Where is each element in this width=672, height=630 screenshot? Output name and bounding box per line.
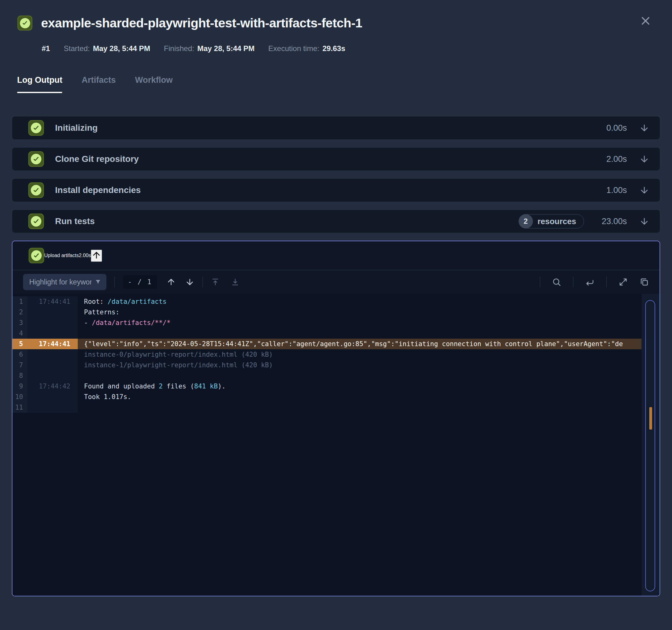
log-line: 4 <box>13 328 642 339</box>
log-line-timestamp <box>27 328 78 339</box>
step-duration: 2.00s <box>79 253 91 258</box>
step-row-clone-git-repository[interactable]: Clone Git repository 2.00s <box>12 147 660 171</box>
run-meta: #1 Started: May 28, 5:44 PM Finished: Ma… <box>42 44 660 53</box>
chevron-down-icon[interactable] <box>639 216 649 226</box>
log-line: 11 <box>13 402 642 413</box>
search-icon[interactable] <box>552 277 561 287</box>
log-line-timestamp <box>27 392 78 402</box>
log-line: 7 instance-1/playwright-report/index.htm… <box>13 360 642 370</box>
log-line-number: 5 <box>13 339 27 349</box>
log-line: 9 17:44:42 Found and uploaded 2 files (8… <box>13 381 642 392</box>
step-success-icon <box>28 213 44 229</box>
scroll-to-bottom-icon[interactable] <box>231 278 240 286</box>
step-label: Upload artifacts <box>44 253 79 258</box>
log-line-timestamp <box>27 360 78 370</box>
execution-time-group: Execution time: 29.63s <box>268 44 345 53</box>
scrollbar-thumb[interactable] <box>649 407 652 429</box>
log-line: 10 Took 1.017s. <box>13 392 642 402</box>
log-line-text: Took 1.017s. <box>78 392 642 402</box>
log-actions <box>540 277 649 287</box>
log-toolbar: - / 1 <box>13 270 659 294</box>
log-segment: Found and uploaded <box>84 382 159 390</box>
step-duration: 23.00s <box>597 217 627 226</box>
log-line-text: Root: /data/artifacts <box>78 296 642 307</box>
resources-badge[interactable]: 2 resources <box>519 214 584 229</box>
check-icon <box>31 250 42 261</box>
close-icon[interactable] <box>639 14 652 27</box>
match-nav <box>166 277 194 287</box>
divider <box>573 277 573 287</box>
finished-group: Finished: May 28, 5:44 PM <box>164 44 255 53</box>
log-segment: 2 <box>159 382 163 390</box>
run-number: #1 <box>42 44 50 53</box>
log-segment: Root: <box>84 298 107 305</box>
log-line-timestamp <box>27 318 78 328</box>
log-line-number: 1 <box>13 296 27 307</box>
jump-controls <box>211 278 240 286</box>
step-list: Initializing 0.00s Clone Git repository … <box>12 116 660 597</box>
next-match-icon[interactable] <box>185 277 194 287</box>
log-line: 1 17:44:41 Root: /data/artifacts <box>13 296 642 307</box>
step-success-icon <box>28 151 44 167</box>
log-line-timestamp <box>27 370 78 381</box>
keyword-filter-input[interactable] <box>29 278 92 286</box>
scrollbar-track[interactable] <box>645 300 655 591</box>
log-line-text <box>78 328 642 339</box>
log-segment: Took 1.017s. <box>84 393 131 401</box>
log-line-number: 7 <box>13 360 27 370</box>
chevron-down-icon[interactable] <box>639 154 649 164</box>
expand-fullscreen-icon[interactable] <box>619 277 628 287</box>
log-segment: /data/artifacts <box>107 298 167 305</box>
log-output: 1 17:44:41 Root: /data/artifacts 2 Patte… <box>13 294 642 596</box>
job-details-panel: example-sharded-playwright-test-with-art… <box>0 0 672 597</box>
execution-time-label: Execution time: <box>268 44 319 53</box>
step-label: Run tests <box>55 216 95 226</box>
log-line-text: Patterns: <box>78 307 642 318</box>
step-row-initializing[interactable]: Initializing 0.00s <box>12 116 660 140</box>
step-label: Install dependencies <box>55 185 141 195</box>
tab-log-output[interactable]: Log Output <box>17 75 62 93</box>
log-line-text: instance-0/playwright-report/index.html … <box>78 349 642 360</box>
chevron-down-icon[interactable] <box>639 185 649 195</box>
chevron-up-icon[interactable] <box>91 250 102 262</box>
log-line-timestamp <box>27 349 78 360</box>
step-success-icon <box>29 248 44 263</box>
log-line-text: {"level":"info","ts":"2024-05-28T15:44:4… <box>78 339 642 349</box>
step-card-upload-artifacts: Upload artifacts 2.00s - / 1 <box>12 241 660 597</box>
log-viewer: 1 17:44:41 Root: /data/artifacts 2 Patte… <box>13 294 659 596</box>
log-segment: /data/artifacts/**/* <box>92 319 170 327</box>
tab-workflow[interactable]: Workflow <box>135 75 173 93</box>
log-line-number: 2 <box>13 307 27 318</box>
job-success-icon <box>18 16 32 30</box>
log-line: 3 - /data/artifacts/**/* <box>13 318 642 328</box>
scroll-to-top-icon[interactable] <box>211 278 220 286</box>
log-line-number: 4 <box>13 328 27 339</box>
execution-time-value: 29.63s <box>322 44 345 53</box>
divider <box>202 277 203 287</box>
log-line: 2 Patterns: <box>13 307 642 318</box>
started-group: Started: May 28, 5:44 PM <box>64 44 150 53</box>
log-segment: instance-1/playwright-report/index.html … <box>84 361 273 369</box>
previous-match-icon[interactable] <box>166 277 176 287</box>
step-row-upload-artifacts[interactable]: Upload artifacts 2.00s <box>13 241 659 270</box>
step-label: Initializing <box>55 123 98 133</box>
wrap-lines-icon[interactable] <box>585 277 595 287</box>
step-duration: 2.00s <box>597 155 627 164</box>
step-row-run-tests[interactable]: Run tests 2 resources 23.00s <box>12 209 660 233</box>
check-icon <box>31 154 41 164</box>
log-line-timestamp: 17:44:42 <box>27 381 78 392</box>
page-title: example-sharded-playwright-test-with-art… <box>41 16 362 30</box>
chevron-down-icon[interactable] <box>639 123 649 133</box>
tab-bar: Log Output Artifacts Workflow <box>17 75 660 93</box>
copy-icon[interactable] <box>640 277 649 287</box>
started-value: May 28, 5:44 PM <box>93 44 150 53</box>
filter-funnel-icon <box>95 279 101 285</box>
log-line-timestamp <box>27 402 78 413</box>
step-label: Clone Git repository <box>55 154 139 164</box>
tab-artifacts[interactable]: Artifacts <box>81 75 116 93</box>
keyword-filter-box <box>23 274 106 290</box>
started-label: Started: <box>64 44 90 53</box>
log-line-text: - /data/artifacts/**/* <box>78 318 642 328</box>
divider <box>540 277 540 287</box>
step-row-install-dependencies[interactable]: Install dependencies 1.00s <box>12 178 660 202</box>
